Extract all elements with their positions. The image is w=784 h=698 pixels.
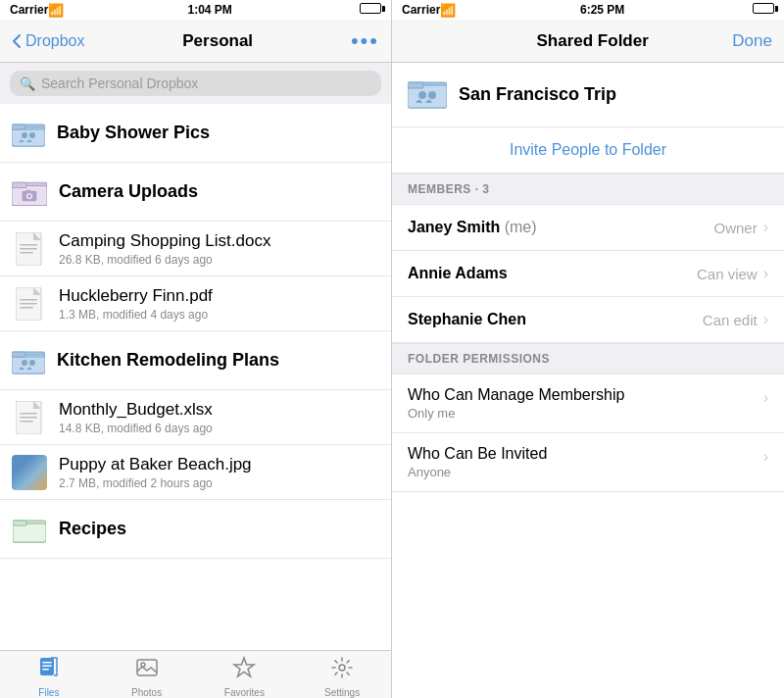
time-left: 1:04 PM xyxy=(188,3,232,17)
members-section-header: MEMBERS · 3 xyxy=(392,174,784,205)
battery-left xyxy=(356,3,381,17)
carrier-right: Carrier xyxy=(402,3,440,17)
search-icon: 🔍 xyxy=(20,76,35,91)
svg-rect-33 xyxy=(42,662,52,664)
file-info: Huckleberry Finn.pdf 1.3 MB, modified 4 … xyxy=(59,286,379,322)
perm-info-manage: Who Can Manage Membership Only me xyxy=(408,386,763,421)
file-meta: 2.7 MB, modified 2 hours ago xyxy=(59,476,379,490)
camera-folder-icon xyxy=(12,174,47,210)
list-item[interactable]: Camping Shopping List.docx 26.8 KB, modi… xyxy=(0,222,391,276)
svg-rect-1 xyxy=(12,127,45,146)
status-bar-left: Carrier 📶 1:04 PM xyxy=(0,0,391,20)
svg-rect-41 xyxy=(408,82,423,88)
member-name-stephanie: Stephanie Chen xyxy=(408,311,526,328)
file-list: Baby Shower Pics Camera Uploads xyxy=(0,104,391,650)
svg-rect-17 xyxy=(20,299,37,301)
file-info: Monthly_Budget.xlsx 14.8 KB, modified 6 … xyxy=(59,400,379,435)
page-title-left: Personal xyxy=(182,31,253,51)
list-item[interactable]: Camera Uploads xyxy=(0,163,391,222)
file-name: Kitchen Remodeling Plans xyxy=(57,350,379,371)
file-name: Baby Shower Pics xyxy=(57,123,379,143)
search-input[interactable]: Search Personal Dropbox xyxy=(41,75,198,91)
tab-settings[interactable]: Settings xyxy=(293,652,391,698)
file-info: Kitchen Remodeling Plans xyxy=(57,350,379,371)
invite-row[interactable]: Invite People to Folder xyxy=(392,127,784,174)
tab-favorites[interactable]: Favorites xyxy=(196,652,294,698)
left-panel: Carrier 📶 1:04 PM Dropbox Personal ••• 🔍… xyxy=(0,0,392,698)
svg-rect-28 xyxy=(20,421,33,423)
svg-rect-15 xyxy=(20,252,33,254)
svg-point-38 xyxy=(339,665,345,671)
more-button[interactable]: ••• xyxy=(351,28,379,54)
back-label: Dropbox xyxy=(25,32,84,50)
file-info: Camera Uploads xyxy=(59,181,379,202)
member-row-janey[interactable]: Janey Smith (me) Owner › xyxy=(392,205,784,251)
tab-files[interactable]: Files xyxy=(0,652,98,698)
svg-rect-22 xyxy=(12,352,25,357)
file-info: Camping Shopping List.docx 26.8 KB, modi… xyxy=(59,231,379,267)
list-item[interactable]: Huckleberry Finn.pdf 1.3 MB, modified 4 … xyxy=(0,276,391,331)
search-input-wrap[interactable]: 🔍 Search Personal Dropbox xyxy=(10,71,381,96)
photo-thumbnail xyxy=(12,455,47,490)
svg-rect-31 xyxy=(13,521,26,525)
file-info: Puppy at Baker Beach.jpg 2.7 MB, modifie… xyxy=(59,455,379,490)
member-row-annie[interactable]: Annie Adams Can view › xyxy=(392,251,784,297)
folder-header: San Francisco Trip xyxy=(392,63,784,127)
photos-tab-icon xyxy=(135,656,159,685)
svg-rect-14 xyxy=(20,248,37,250)
list-item[interactable]: Monthly_Budget.xlsx 14.8 KB, modified 6 … xyxy=(0,390,391,445)
chevron-right-icon: › xyxy=(763,265,768,282)
svg-point-3 xyxy=(22,132,27,138)
svg-rect-2 xyxy=(12,125,25,129)
perm-title-manage: Who Can Manage Membership xyxy=(408,386,763,404)
list-item[interactable]: Baby Shower Pics xyxy=(0,104,391,163)
file-info: Baby Shower Pics xyxy=(57,123,379,143)
files-tab-label: Files xyxy=(38,687,59,698)
favorites-tab-icon xyxy=(232,656,256,685)
permission-row-manage[interactable]: Who Can Manage Membership Only me › xyxy=(392,374,784,433)
files-tab-icon xyxy=(37,656,61,685)
pdf-icon xyxy=(12,286,47,322)
done-button[interactable]: Done xyxy=(732,31,772,51)
file-meta: 14.8 KB, modified 6 days ago xyxy=(59,422,379,435)
svg-point-4 xyxy=(29,132,35,138)
back-button[interactable]: Dropbox xyxy=(12,32,84,50)
tab-photos[interactable]: Photos xyxy=(98,652,196,698)
member-name-janey: Janey Smith (me) xyxy=(408,219,537,236)
svg-rect-18 xyxy=(20,303,37,305)
svg-rect-13 xyxy=(20,244,37,246)
svg-rect-19 xyxy=(20,307,33,309)
wifi-icon-right: 📶 xyxy=(440,3,456,18)
svg-rect-27 xyxy=(20,417,37,419)
shared-folder-name: San Francisco Trip xyxy=(459,84,616,105)
list-item[interactable]: Recipes xyxy=(0,500,391,559)
shared-folder-icon xyxy=(12,347,45,374)
shared-folder-icon xyxy=(12,120,45,147)
svg-rect-7 xyxy=(12,182,26,187)
wifi-icon-left: 📶 xyxy=(48,3,64,18)
carrier-left: Carrier xyxy=(10,3,48,17)
permission-row-invite[interactable]: Who Can Be Invited Anyone › xyxy=(392,433,784,492)
chevron-right-icon: › xyxy=(763,448,768,466)
page-title-right: Shared Folder xyxy=(537,31,649,51)
list-item[interactable]: Kitchen Remodeling Plans xyxy=(0,331,391,390)
member-name-annie: Annie Adams xyxy=(408,265,508,282)
invite-link[interactable]: Invite People to Folder xyxy=(510,141,666,158)
perm-sub-manage: Only me xyxy=(408,406,763,421)
battery-right xyxy=(749,3,774,17)
chevron-right-icon: › xyxy=(763,219,768,236)
perm-title-invite: Who Can Be Invited xyxy=(408,445,763,463)
shared-folder-header-icon xyxy=(408,76,447,113)
svg-rect-30 xyxy=(13,524,46,542)
nav-bar-right: Shared Folder Done xyxy=(392,20,784,63)
member-permission-annie: Can view › xyxy=(697,265,768,282)
member-permission-janey: Owner › xyxy=(713,219,768,236)
status-bar-right: Carrier 📶 6:25 PM xyxy=(392,0,784,20)
svg-rect-35 xyxy=(42,669,49,671)
member-row-stephanie[interactable]: Stephanie Chen Can edit › xyxy=(392,297,784,343)
perm-chevron-manage: › xyxy=(763,386,768,407)
svg-rect-34 xyxy=(42,665,52,667)
svg-point-10 xyxy=(27,194,30,197)
list-item[interactable]: Puppy at Baker Beach.jpg 2.7 MB, modifie… xyxy=(0,445,391,500)
right-panel: Carrier 📶 6:25 PM Shared Folder Done San… xyxy=(392,0,784,698)
